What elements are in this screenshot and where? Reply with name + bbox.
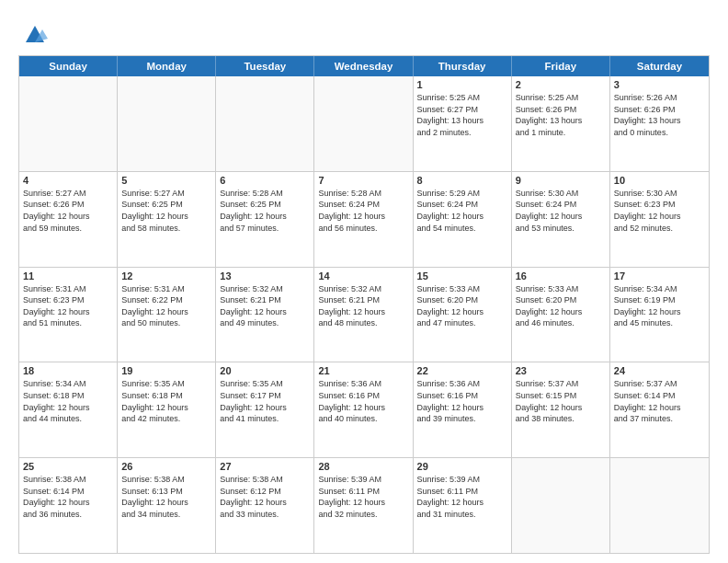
day-info: Sunrise: 5:27 AM Sunset: 6:26 PM Dayligh… <box>23 188 113 234</box>
day-info: Sunrise: 5:30 AM Sunset: 6:23 PM Dayligh… <box>614 188 705 234</box>
calendar-cell <box>512 458 610 553</box>
day-number: 10 <box>614 175 705 186</box>
calendar-cell <box>19 76 118 171</box>
day-info: Sunrise: 5:37 AM Sunset: 6:15 PM Dayligh… <box>516 378 606 424</box>
calendar-cell: 24Sunrise: 5:37 AM Sunset: 6:14 PM Dayli… <box>610 362 709 457</box>
day-number: 5 <box>121 175 211 186</box>
day-number: 29 <box>417 461 507 472</box>
day-info: Sunrise: 5:30 AM Sunset: 6:24 PM Dayligh… <box>516 188 606 234</box>
day-number: 27 <box>220 461 310 472</box>
calendar-cell <box>610 458 709 553</box>
day-number: 4 <box>23 175 113 186</box>
day-number: 8 <box>417 175 507 186</box>
page: SundayMondayTuesdayWednesdayThursdayFrid… <box>0 0 728 563</box>
day-number: 14 <box>318 270 408 282</box>
calendar-cell: 11Sunrise: 5:31 AM Sunset: 6:23 PM Dayli… <box>19 268 118 362</box>
day-info: Sunrise: 5:36 AM Sunset: 6:16 PM Dayligh… <box>417 378 507 424</box>
calendar-row-1: 4Sunrise: 5:27 AM Sunset: 6:26 PM Daylig… <box>19 171 709 267</box>
calendar-cell: 4Sunrise: 5:27 AM Sunset: 6:26 PM Daylig… <box>19 172 118 267</box>
day-number: 7 <box>318 175 408 186</box>
day-number: 1 <box>417 79 507 90</box>
calendar-cell <box>118 76 216 171</box>
day-number: 2 <box>516 79 606 90</box>
day-number: 6 <box>220 175 310 186</box>
calendar-cell <box>216 76 314 171</box>
day-number: 28 <box>318 461 408 472</box>
header-day-thursday: Thursday <box>414 56 512 76</box>
day-info: Sunrise: 5:37 AM Sunset: 6:14 PM Dayligh… <box>614 378 705 424</box>
day-number: 25 <box>23 461 113 472</box>
header <box>18 17 710 46</box>
day-number: 11 <box>23 270 113 282</box>
day-info: Sunrise: 5:38 AM Sunset: 6:14 PM Dayligh… <box>23 474 113 520</box>
day-info: Sunrise: 5:33 AM Sunset: 6:20 PM Dayligh… <box>417 283 507 329</box>
day-number: 22 <box>417 365 507 376</box>
calendar-cell: 17Sunrise: 5:34 AM Sunset: 6:19 PM Dayli… <box>610 268 709 362</box>
day-number: 23 <box>516 365 606 376</box>
day-info: Sunrise: 5:31 AM Sunset: 6:22 PM Dayligh… <box>121 283 211 329</box>
calendar-cell <box>314 76 413 171</box>
day-number: 3 <box>614 79 705 90</box>
day-info: Sunrise: 5:34 AM Sunset: 6:18 PM Dayligh… <box>23 378 113 424</box>
day-info: Sunrise: 5:32 AM Sunset: 6:21 PM Dayligh… <box>318 283 408 329</box>
day-info: Sunrise: 5:38 AM Sunset: 6:13 PM Dayligh… <box>121 474 211 520</box>
day-info: Sunrise: 5:39 AM Sunset: 6:11 PM Dayligh… <box>318 474 408 520</box>
logo-icon <box>22 20 48 46</box>
calendar-body: 1Sunrise: 5:25 AM Sunset: 6:27 PM Daylig… <box>19 76 709 553</box>
day-info: Sunrise: 5:35 AM Sunset: 6:17 PM Dayligh… <box>220 378 310 424</box>
day-number: 21 <box>318 365 408 376</box>
day-info: Sunrise: 5:27 AM Sunset: 6:25 PM Dayligh… <box>121 188 211 234</box>
calendar: SundayMondayTuesdayWednesdayThursdayFrid… <box>18 55 710 554</box>
calendar-cell: 10Sunrise: 5:30 AM Sunset: 6:23 PM Dayli… <box>610 172 709 267</box>
day-number: 19 <box>121 365 211 376</box>
day-number: 13 <box>220 270 310 282</box>
calendar-cell: 9Sunrise: 5:30 AM Sunset: 6:24 PM Daylig… <box>512 172 610 267</box>
calendar-cell: 27Sunrise: 5:38 AM Sunset: 6:12 PM Dayli… <box>216 458 314 553</box>
calendar-cell: 7Sunrise: 5:28 AM Sunset: 6:24 PM Daylig… <box>314 172 413 267</box>
calendar-cell: 5Sunrise: 5:27 AM Sunset: 6:25 PM Daylig… <box>118 172 216 267</box>
header-day-friday: Friday <box>512 56 610 76</box>
header-day-tuesday: Tuesday <box>216 56 314 76</box>
calendar-cell: 14Sunrise: 5:32 AM Sunset: 6:21 PM Dayli… <box>314 268 413 362</box>
calendar-row-4: 25Sunrise: 5:38 AM Sunset: 6:14 PM Dayli… <box>19 457 709 553</box>
calendar-cell: 13Sunrise: 5:32 AM Sunset: 6:21 PM Dayli… <box>216 268 314 362</box>
calendar-row-3: 18Sunrise: 5:34 AM Sunset: 6:18 PM Dayli… <box>19 362 709 457</box>
calendar-row-0: 1Sunrise: 5:25 AM Sunset: 6:27 PM Daylig… <box>19 76 709 171</box>
day-number: 16 <box>516 270 606 282</box>
calendar-cell: 15Sunrise: 5:33 AM Sunset: 6:20 PM Dayli… <box>414 268 512 362</box>
calendar-row-2: 11Sunrise: 5:31 AM Sunset: 6:23 PM Dayli… <box>19 267 709 362</box>
calendar-cell: 25Sunrise: 5:38 AM Sunset: 6:14 PM Dayli… <box>19 458 118 553</box>
day-info: Sunrise: 5:35 AM Sunset: 6:18 PM Dayligh… <box>121 378 211 424</box>
day-info: Sunrise: 5:36 AM Sunset: 6:16 PM Dayligh… <box>318 378 408 424</box>
calendar-cell: 26Sunrise: 5:38 AM Sunset: 6:13 PM Dayli… <box>118 458 216 553</box>
calendar-cell: 16Sunrise: 5:33 AM Sunset: 6:20 PM Dayli… <box>512 268 610 362</box>
day-number: 9 <box>516 175 606 186</box>
logo <box>18 20 48 46</box>
day-number: 18 <box>23 365 113 376</box>
day-number: 15 <box>417 270 507 282</box>
calendar-cell: 18Sunrise: 5:34 AM Sunset: 6:18 PM Dayli… <box>19 362 118 457</box>
day-info: Sunrise: 5:32 AM Sunset: 6:21 PM Dayligh… <box>220 283 310 329</box>
day-info: Sunrise: 5:31 AM Sunset: 6:23 PM Dayligh… <box>23 283 113 329</box>
calendar-cell: 3Sunrise: 5:26 AM Sunset: 6:26 PM Daylig… <box>610 76 709 171</box>
day-info: Sunrise: 5:25 AM Sunset: 6:26 PM Dayligh… <box>516 92 606 138</box>
day-number: 20 <box>220 365 310 376</box>
calendar-cell: 6Sunrise: 5:28 AM Sunset: 6:25 PM Daylig… <box>216 172 314 267</box>
calendar-cell: 1Sunrise: 5:25 AM Sunset: 6:27 PM Daylig… <box>414 76 512 171</box>
calendar-cell: 8Sunrise: 5:29 AM Sunset: 6:24 PM Daylig… <box>414 172 512 267</box>
day-number: 12 <box>121 270 211 282</box>
day-info: Sunrise: 5:34 AM Sunset: 6:19 PM Dayligh… <box>614 283 705 329</box>
day-info: Sunrise: 5:28 AM Sunset: 6:25 PM Dayligh… <box>220 188 310 234</box>
calendar-cell: 2Sunrise: 5:25 AM Sunset: 6:26 PM Daylig… <box>512 76 610 171</box>
calendar-cell: 29Sunrise: 5:39 AM Sunset: 6:11 PM Dayli… <box>414 458 512 553</box>
calendar-cell: 28Sunrise: 5:39 AM Sunset: 6:11 PM Dayli… <box>314 458 413 553</box>
header-day-wednesday: Wednesday <box>314 56 413 76</box>
header-day-sunday: Sunday <box>19 56 118 76</box>
calendar-cell: 12Sunrise: 5:31 AM Sunset: 6:22 PM Dayli… <box>118 268 216 362</box>
day-info: Sunrise: 5:28 AM Sunset: 6:24 PM Dayligh… <box>318 188 408 234</box>
calendar-header: SundayMondayTuesdayWednesdayThursdayFrid… <box>19 56 709 76</box>
calendar-cell: 20Sunrise: 5:35 AM Sunset: 6:17 PM Dayli… <box>216 362 314 457</box>
day-number: 24 <box>614 365 705 376</box>
calendar-cell: 21Sunrise: 5:36 AM Sunset: 6:16 PM Dayli… <box>314 362 413 457</box>
day-number: 17 <box>614 270 705 282</box>
